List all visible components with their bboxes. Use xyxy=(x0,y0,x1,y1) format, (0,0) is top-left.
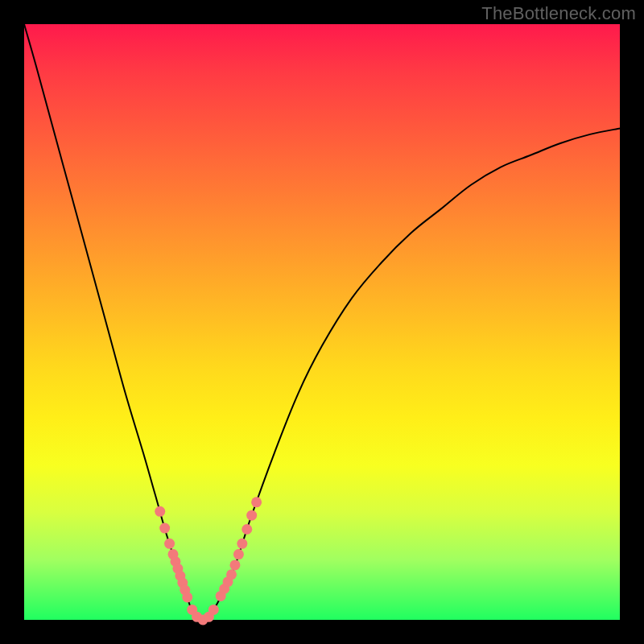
curve-dot xyxy=(251,497,262,507)
plot-area xyxy=(24,24,620,620)
curve-dot xyxy=(226,569,237,580)
bottleneck-curve xyxy=(24,24,620,620)
curve-dot xyxy=(237,539,247,549)
figure-canvas: TheBottleneck.com xyxy=(0,0,644,644)
curve-dot xyxy=(229,559,240,570)
curve-dot xyxy=(159,523,170,534)
curve-dots-group xyxy=(155,497,262,625)
curve-dot xyxy=(182,592,192,602)
curve-dot xyxy=(242,524,252,535)
curve-dot xyxy=(164,539,175,549)
curve-dot xyxy=(233,549,244,559)
curve-dot xyxy=(155,506,165,517)
curve-dot xyxy=(208,605,219,615)
curve-dot xyxy=(246,510,257,521)
watermark-text: TheBottleneck.com xyxy=(481,3,636,24)
chart-svg xyxy=(24,24,620,620)
